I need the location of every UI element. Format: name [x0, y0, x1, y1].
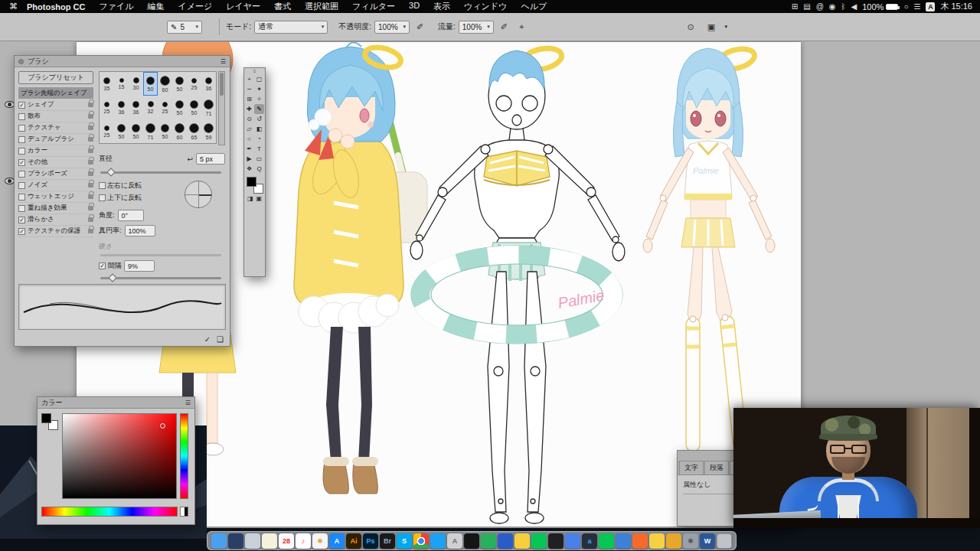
hue-slider[interactable] [180, 413, 188, 499]
option-checkbox[interactable]: ✓ [18, 217, 25, 223]
mode-dropdown[interactable]: 通常 ▾ [254, 21, 328, 34]
blur-tool[interactable]: ○ [244, 134, 254, 144]
brush-preset[interactable]: 50 [129, 119, 143, 143]
option-checkbox[interactable] [18, 182, 25, 189]
dock-icon-chart-app[interactable] [666, 533, 681, 549]
brush-preset[interactable]: 30 [129, 72, 143, 96]
brush-preset[interactable]: 36 [201, 72, 216, 96]
airbrush-icon[interactable]: ✐ [497, 20, 511, 34]
saturation-value-picker[interactable] [62, 413, 177, 499]
spacing-checkbox[interactable]: ✓ [99, 262, 106, 269]
menu-item-6[interactable]: フィルター [345, 1, 402, 12]
crop-tool[interactable]: ⊞ [244, 94, 254, 104]
quick-mask-icon[interactable]: ◨ [247, 195, 253, 202]
apple-menu-icon[interactable]: ⌘ [0, 2, 25, 11]
panel-menu-icon[interactable]: ☰ [185, 399, 191, 406]
brush-preset[interactable]: 50 [172, 72, 187, 96]
status-icon-0[interactable]: ⊞ [792, 2, 798, 11]
dock-icon-skype[interactable]: S [397, 533, 412, 549]
workspace-icon[interactable]: ▣ [704, 20, 718, 34]
gradient-tool[interactable]: ◧ [254, 124, 264, 134]
brush-presets-button[interactable]: ブラシプリセット [18, 71, 93, 84]
smoothing-icon[interactable]: ⌖ [514, 20, 529, 34]
magic-wand-tool[interactable]: ✦ [254, 84, 264, 94]
properties-tab-文字[interactable]: 文字 [679, 461, 704, 474]
tool-preset-picker[interactable]: ✎ 5 ▾ [167, 21, 202, 34]
dock-icon-line[interactable] [531, 533, 547, 549]
battery-indicator[interactable]: 100% [862, 2, 898, 11]
app-menu-title[interactable]: Photoshop CC [25, 2, 92, 11]
dock-icon-yellow-app[interactable] [514, 533, 530, 549]
dock-icon-yellow-app-2[interactable] [649, 533, 665, 549]
brush-option-row[interactable]: ブラシポーズ [18, 168, 93, 180]
screen-mode-icon[interactable]: ▣ [256, 195, 263, 202]
eraser-tool[interactable]: ▱ [244, 124, 254, 134]
spacing-value[interactable]: 9% [124, 260, 155, 272]
slider-thumb[interactable] [108, 273, 116, 282]
brush-preset[interactable]: 50 [158, 119, 172, 143]
option-checkbox[interactable]: ✓ [18, 159, 25, 166]
path-select-tool[interactable]: ▶ [244, 154, 254, 164]
brush-preset[interactable]: 50 [143, 72, 158, 96]
dock-icon-dark-app[interactable] [548, 533, 564, 549]
brush-option-row[interactable]: ウェットエッジ [18, 191, 93, 203]
brush-option-row[interactable]: ✓シェイプ [18, 99, 93, 111]
brush-preset[interactable]: 36 [129, 96, 143, 119]
status-icon-1[interactable]: ▤ [803, 2, 810, 11]
menu-item-8[interactable]: 表示 [426, 1, 457, 12]
clone-stamp-tool[interactable]: ⊙ [244, 114, 254, 124]
roundness-value[interactable]: 100% [125, 225, 155, 236]
menu-item-2[interactable]: イメージ [171, 1, 219, 12]
foreground-color-swatch[interactable] [247, 177, 256, 187]
brush-preset[interactable]: 15 [114, 72, 129, 96]
angle-dial[interactable] [185, 181, 212, 208]
menu-item-10[interactable]: ヘルプ [514, 1, 554, 12]
lasso-tool[interactable]: ∽ [244, 84, 254, 94]
search-icon[interactable]: ⊙ [683, 20, 697, 34]
menu-item-4[interactable]: 書式 [267, 1, 298, 12]
brush-preset[interactable]: 25 [100, 119, 114, 143]
brush-tip-shape-row[interactable]: ブラシ先端のシェイプ [18, 87, 93, 99]
brush-preset[interactable]: 25 [158, 96, 172, 119]
brush-preset[interactable]: 25 [187, 72, 201, 96]
dock-icon-utility-dark[interactable] [464, 533, 479, 549]
dodge-tool[interactable]: ◔ [254, 134, 264, 144]
dock-icon-settings[interactable]: ✱ [683, 533, 698, 549]
color-panel-header[interactable]: カラー ☰ [38, 397, 194, 409]
dock-icon-launchpad[interactable] [245, 533, 260, 549]
shape-tool[interactable]: ▭ [254, 154, 264, 164]
status-icon-4[interactable]: ᛒ [841, 2, 846, 11]
properties-tab-段落[interactable]: 段落 [704, 461, 729, 474]
brush-option-row[interactable]: カラー [18, 145, 93, 157]
brush-tool[interactable]: ✎ [254, 104, 264, 114]
brush-preset[interactable]: 60 [158, 72, 172, 96]
dock-icon-app-store[interactable]: A [329, 533, 345, 549]
pen-pressure-icon[interactable]: ✐ [413, 20, 427, 34]
dock-icon-app-cleaner[interactable]: A [447, 533, 462, 549]
status-icon-3[interactable]: ◉ [829, 2, 836, 11]
dock-icon-trash[interactable] [717, 533, 732, 549]
dock-icon-siri[interactable] [228, 533, 243, 549]
healing-brush-tool[interactable]: ✚ [244, 104, 254, 114]
marquee-tool[interactable]: ▢ [254, 74, 264, 84]
dock-icon-chrome[interactable] [413, 533, 429, 549]
move-tool[interactable]: + [244, 74, 254, 84]
menu-item-0[interactable]: ファイル [92, 1, 140, 12]
type-tool[interactable]: T [254, 144, 264, 154]
eyedropper-tool[interactable]: ✧ [254, 94, 264, 104]
brush-preset[interactable]: 59 [201, 119, 216, 143]
brush-preset[interactable]: 35 [100, 72, 114, 96]
flip-y-checkbox[interactable] [99, 194, 106, 201]
brush-preset[interactable]: 71 [201, 96, 216, 119]
spacing-slider[interactable] [100, 277, 221, 279]
panel-menu-icon[interactable]: ☰ [220, 58, 226, 65]
option-checkbox[interactable] [18, 194, 25, 201]
brush-preset[interactable]: 71 [143, 119, 158, 143]
dock-icon-line-2[interactable] [599, 533, 614, 549]
spotlight-icon[interactable]: ○ [903, 2, 908, 11]
pen-tool[interactable]: ✒ [244, 144, 254, 154]
dock-icon-calendar[interactable]: 28 [279, 533, 294, 549]
color-swatches[interactable] [41, 413, 58, 430]
palette-grip[interactable]: ≡ [244, 69, 265, 73]
brush-preset[interactable]: 32 [143, 96, 158, 119]
